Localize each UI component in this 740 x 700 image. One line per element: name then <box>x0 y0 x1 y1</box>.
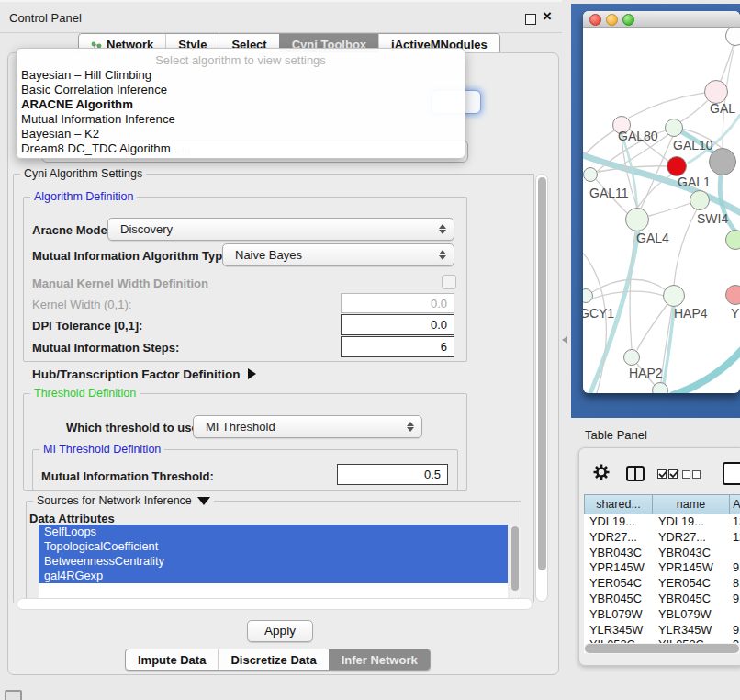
network-node[interactable] <box>725 230 740 250</box>
network-node-label: GAL1 <box>678 175 711 189</box>
close-panel-icon[interactable] <box>543 7 552 26</box>
table-cell: YER054C <box>584 576 653 592</box>
bottom-tab-discretize-data[interactable]: Discretize Data <box>218 649 328 670</box>
table-cell: YBR043C <box>584 546 653 561</box>
kernel-width-label: Kernel Width (0,1): <box>32 298 131 311</box>
network-node-gal1[interactable] <box>667 156 687 176</box>
scrollbar-thumb[interactable] <box>511 526 519 591</box>
algorithm-dropdown-items: Bayesian – Hill ClimbingBasic Correlatio… <box>17 68 465 155</box>
hub-definition-toggle[interactable]: Hub/Transcription Factor Definition <box>32 367 256 381</box>
table-row[interactable]: YLR345WYLR345W9. <box>584 623 740 638</box>
table-row[interactable]: YER054CYER054C8. <box>584 576 740 592</box>
table-cell: YLR345W <box>584 623 653 638</box>
scrollbar-thumb[interactable] <box>538 177 546 570</box>
network-node-gal11[interactable] <box>583 167 598 182</box>
algorithm-option-mutual-information-inference[interactable]: Mutual Information Inference <box>17 112 465 127</box>
network-node[interactable] <box>652 382 668 393</box>
mi-threshold-legend: MI Threshold Definition <box>39 443 164 456</box>
page-icon[interactable] <box>723 462 740 485</box>
dpi-tolerance-field[interactable]: 0.0 <box>341 314 454 335</box>
zoom-window-icon[interactable] <box>622 14 634 26</box>
gear-icon[interactable] <box>592 463 611 481</box>
table-cell: 9. <box>730 560 740 576</box>
network-node-swi4[interactable] <box>690 190 710 210</box>
algorithm-definition-legend: Algorithm Definition <box>30 190 137 203</box>
column-header-name[interactable]: name <box>653 494 730 514</box>
aracne-mode-value: Discovery <box>120 222 173 236</box>
data-attributes-list: SelfLoopsTopologicalCoefficientBetweenne… <box>39 525 508 599</box>
table-row[interactable]: YBL079WYBL079W <box>584 607 740 623</box>
network-window-titlebar[interactable] <box>583 11 740 28</box>
cyni-settings-legend: Cyni Algorithm Settings <box>20 167 146 180</box>
algorithm-option-dream8-dc-tdc-algorithm[interactable]: Dream8 DC_TDC Algorithm <box>17 141 465 156</box>
algorithm-option-bayesian-k2[interactable]: Bayesian – K2 <box>17 127 465 141</box>
check-all-icon[interactable] <box>657 469 667 479</box>
algorithm-option-bayesian-hill-climbing[interactable]: Bayesian – Hill Climbing <box>17 68 465 83</box>
mi-threshold-label: Mutual Information Threshold: <box>41 469 214 483</box>
table-panel-title: Table Panel <box>585 428 647 442</box>
mi-threshold-field[interactable]: 0.5 <box>337 464 448 485</box>
column-header-shared[interactable]: shared... <box>584 494 653 514</box>
sources-legend[interactable]: Sources for Network Inference <box>33 494 214 507</box>
network-node[interactable] <box>725 28 740 46</box>
dock-window-icon[interactable] <box>5 690 22 700</box>
network-node-hap2[interactable] <box>623 349 640 366</box>
network-node-hap4[interactable] <box>663 285 685 307</box>
column-split-icon[interactable] <box>626 466 645 481</box>
network-node-gal10[interactable] <box>665 119 683 137</box>
table-cell: YPR145W <box>653 560 730 576</box>
data-attributes-label: Data Attributes <box>29 512 115 525</box>
uncheck-all-icon[interactable] <box>692 470 701 479</box>
uncheck-all-icon[interactable] <box>682 470 690 479</box>
table-row[interactable]: YDR27...YDR27...12 <box>584 530 740 546</box>
attribute-item-topologicalcoefficient[interactable]: TopologicalCoefficient <box>39 539 508 554</box>
manual-kernel-checkbox[interactable] <box>442 275 456 289</box>
table-cell: YDL19... <box>584 514 653 530</box>
kernel-width-field[interactable]: 0.0 <box>341 293 454 313</box>
network-node[interactable] <box>709 148 736 175</box>
application-window: Control Panel NetworkStyleSelectCyni Too… <box>0 0 740 700</box>
algorithm-option-aracne-algorithm[interactable]: ARACNE Algorithm <box>17 97 465 112</box>
settings-vertical-scrollbar[interactable] <box>535 174 548 602</box>
table-cell <box>730 607 740 623</box>
attribute-item-betweennesscentrality[interactable]: BetweennessCentrality <box>39 554 508 569</box>
table-row[interactable]: YBR043CYBR043C <box>584 546 740 561</box>
table-row[interactable]: YPR145WYPR145W9. <box>584 560 740 576</box>
mi-type-combobox[interactable]: Naive Bayes <box>222 243 454 266</box>
bottom-tab-bar: Impute DataDiscretize DataInfer Network <box>125 649 431 671</box>
stepper-arrows-icon <box>439 244 447 265</box>
bottom-tab-impute-data[interactable]: Impute Data <box>126 649 218 670</box>
hub-definition-label: Hub/Transcription Factor Definition <box>32 367 241 381</box>
mi-steps-field[interactable]: 6 <box>341 336 454 357</box>
table-row[interactable]: YBR045CYBR045C9. <box>584 592 740 607</box>
network-node-label: GAL <box>710 101 735 116</box>
table-cell: YBR043C <box>653 546 730 561</box>
table-cell: YDR27... <box>584 530 653 546</box>
network-nodes-layer: GALGAL80GAL10GAL1GAL11SWI4GAL4GCY1HAP4YH… <box>583 28 740 393</box>
network-node-gal4[interactable] <box>625 208 649 231</box>
which-threshold-combobox[interactable]: MI Threshold <box>193 415 422 438</box>
network-node-y[interactable] <box>725 285 740 305</box>
check-all-icon[interactable] <box>668 469 678 479</box>
expand-right-icon <box>248 368 256 379</box>
attributes-list-scrollbar[interactable] <box>510 525 521 599</box>
column-header-a[interactable]: A <box>730 494 740 514</box>
close-window-icon[interactable] <box>589 14 601 26</box>
table-row[interactable]: YDL19...YDL19...13 <box>584 514 740 530</box>
algorithm-dropdown-placeholder: Select algorithm to view settings <box>17 53 465 67</box>
settings-horizontal-scrollbar[interactable] <box>17 598 533 610</box>
table-horizontal-scrollbar[interactable] <box>584 643 740 654</box>
algorithm-option-basic-correlation-inference[interactable]: Basic Correlation Inference <box>17 83 465 97</box>
apply-button[interactable]: Apply <box>247 620 313 642</box>
bottom-tab-label: Impute Data <box>138 650 206 670</box>
float-window-icon[interactable] <box>525 14 536 25</box>
network-node-gcy1[interactable] <box>583 288 593 303</box>
network-canvas[interactable]: GALGAL80GAL10GAL1GAL11SWI4GAL4GCY1HAP4YH… <box>583 28 740 393</box>
panel-divider-arrow[interactable] <box>562 336 567 344</box>
aracne-mode-combobox[interactable]: Discovery <box>107 218 454 241</box>
attribute-item-gal4rgexp[interactable]: gal4RGexp <box>39 569 508 583</box>
bottom-tab-infer-network[interactable]: Infer Network <box>329 649 430 670</box>
scrollbar-thumb[interactable] <box>585 644 739 653</box>
minimize-window-icon[interactable] <box>606 14 618 26</box>
attribute-item-selfloops[interactable]: SelfLoops <box>39 525 508 539</box>
